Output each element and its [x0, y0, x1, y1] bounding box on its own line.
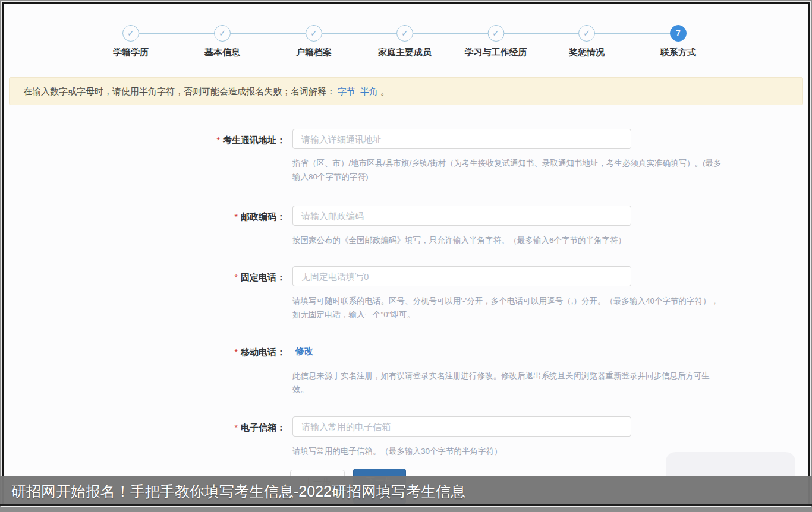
step-label: 学籍学历 — [113, 47, 149, 58]
email-input[interactable] — [292, 416, 631, 437]
required-marker: * — [234, 272, 238, 282]
email-help-text: 请填写常用的电子信箱。（最多输入30个字节的半角字符） — [292, 444, 724, 458]
step-label: 学习与工作经历 — [465, 47, 527, 58]
label-text: 邮政编码： — [241, 211, 285, 222]
check-icon: ✓ — [396, 25, 413, 42]
step-contact-info[interactable]: 7 联系方式 — [660, 25, 696, 58]
step-rewards-punishments[interactable]: ✓ 奖惩情况 — [569, 25, 605, 58]
required-marker: * — [234, 422, 238, 432]
landline-help-text: 请填写可随时联系的电话。区号、分机号可以用'-'分开，多个电话可以用逗号（,）分… — [292, 294, 724, 321]
mobile-field-label: *移动电话： — [107, 347, 285, 358]
notice-suffix: 。 — [380, 86, 389, 96]
halfwidth-notice-banner: 在输入数字或字母时，请使用半角字符，否则可能会造成报名失败；名词解释：字节半角。 — [9, 77, 803, 105]
step-label: 基本信息 — [204, 47, 240, 58]
label-text: 移动电话： — [241, 347, 285, 357]
registration-form-page: ✓ 学籍学历 ✓ 基本信息 ✓ 户籍档案 ✓ 家庭主要成员 ✓ 学习与工作经历 … — [0, 0, 812, 512]
address-input[interactable] — [292, 129, 631, 149]
postcode-help-text: 按国家公布的《全国邮政编码》填写，只允许输入半角字符。（最多输入6个字节的半角字… — [292, 233, 724, 247]
step-label: 户籍档案 — [296, 47, 332, 58]
required-marker: * — [234, 347, 238, 357]
check-icon: ✓ — [578, 25, 595, 42]
video-subtitle-text: 研招网开始报名！手把手教你填写考生信息-2022研招网填写考生信息 — [0, 476, 812, 506]
check-icon: ✓ — [306, 25, 322, 42]
step-xueji-xueli[interactable]: ✓ 学籍学历 — [113, 25, 149, 58]
email-field-label: *电子信箱： — [107, 422, 285, 434]
step-study-work-history[interactable]: ✓ 学习与工作经历 — [465, 25, 527, 58]
halfwidth-definition-link[interactable]: 半角 — [360, 86, 378, 96]
check-icon: ✓ — [214, 25, 231, 42]
step-family-members[interactable]: ✓ 家庭主要成员 — [378, 25, 432, 58]
address-field-label: *考生通讯地址： — [107, 135, 285, 146]
step-label: 奖惩情况 — [569, 47, 605, 58]
landline-field-label: *固定电话： — [107, 272, 285, 283]
step-basic-info[interactable]: ✓ 基本信息 — [204, 25, 240, 58]
video-subtitle-bar: 研招网开始报名！手把手教你填写考生信息-2022研招网填写考生信息 — [0, 476, 812, 506]
label-text: 电子信箱： — [241, 422, 285, 432]
check-icon: ✓ — [122, 25, 139, 42]
label-text: 考生通讯地址： — [223, 135, 285, 145]
mobile-help-text: 此信息来源于实名注册，如有误请登录实名注册进行修改。修改后退出系统且关闭浏览器重… — [292, 369, 724, 396]
required-marker: * — [216, 135, 220, 145]
step-number-badge: 7 — [670, 25, 687, 42]
step-label: 家庭主要成员 — [378, 47, 432, 58]
postcode-field-label: *邮政编码： — [107, 211, 285, 223]
label-text: 固定电话： — [241, 272, 285, 282]
byte-definition-link[interactable]: 字节 — [338, 86, 355, 96]
step-label: 联系方式 — [660, 47, 696, 58]
modify-mobile-link[interactable]: 修改 — [295, 346, 313, 357]
postcode-input[interactable] — [292, 206, 631, 226]
notice-text: 在输入数字或字母时，请使用半角字符，否则可能会造成报名失败；名词解释： — [23, 86, 335, 96]
step-huji-archive[interactable]: ✓ 户籍档案 — [296, 25, 332, 58]
required-marker: * — [234, 211, 238, 222]
landline-input[interactable] — [292, 266, 631, 286]
address-help-text: 指省（区、市）/地市区县/县市旗/乡镇/街村（为考生接收复试通知书、录取通知书地… — [292, 156, 724, 184]
check-icon: ✓ — [487, 25, 504, 42]
